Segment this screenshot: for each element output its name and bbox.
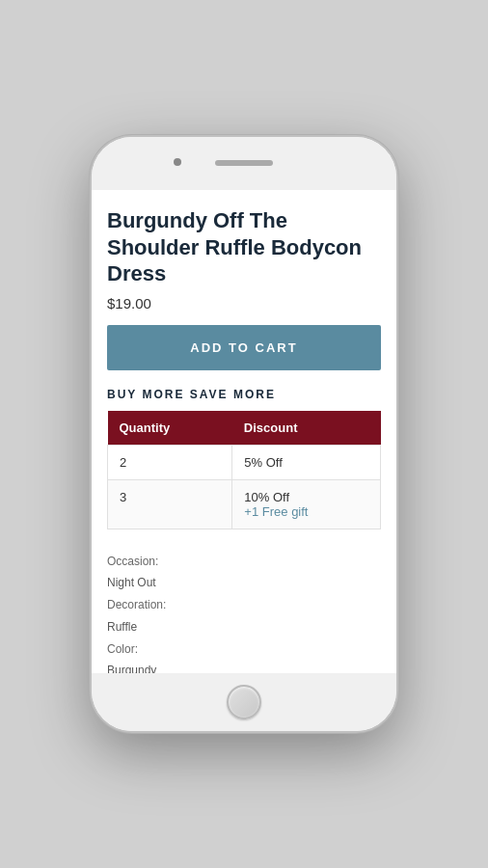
- table-row: 3 10% Off +1 Free gift: [108, 479, 381, 529]
- table-header-discount: Discount: [232, 411, 381, 446]
- speaker-icon: [215, 160, 273, 166]
- detail-color: Color: Burgundy: [107, 638, 381, 673]
- table-cell-quantity-2: 3: [108, 479, 232, 529]
- camera-icon: [174, 158, 181, 166]
- product-price: $19.00: [107, 295, 381, 312]
- phone-bottom-bar: [92, 673, 396, 731]
- product-title: Burgundy Off The Shoulder Ruffle Bodycon…: [107, 207, 381, 287]
- phone-top-bar: [92, 137, 396, 190]
- discount-value: 10% Off: [244, 490, 289, 504]
- free-gift-label: +1 Free gift: [244, 504, 368, 519]
- table-cell-discount-2: 10% Off +1 Free gift: [232, 479, 381, 529]
- decoration-label: Decoration:: [107, 598, 166, 611]
- product-details: Occasion: Night Out Decoration: Ruffle C…: [107, 551, 381, 674]
- table-row: 2 5% Off: [108, 445, 381, 479]
- discount-table: Quantity Discount 2 5% Off 3 10% Off +1 …: [107, 411, 381, 529]
- table-header-quantity: Quantity: [108, 411, 232, 446]
- decoration-value: Ruffle: [107, 620, 137, 634]
- occasion-label: Occasion:: [107, 555, 158, 568]
- color-value: Burgundy: [107, 664, 156, 673]
- detail-decoration: Decoration: Ruffle: [107, 594, 381, 638]
- table-cell-quantity-1: 2: [108, 445, 232, 479]
- add-to-cart-button[interactable]: ADD TO CART: [107, 325, 381, 370]
- detail-occasion: Occasion: Night Out: [107, 551, 381, 595]
- phone-screen[interactable]: Burgundy Off The Shoulder Ruffle Bodycon…: [92, 190, 396, 673]
- color-label: Color:: [107, 642, 138, 656]
- phone-frame: Burgundy Off The Shoulder Ruffle Bodycon…: [90, 135, 398, 733]
- occasion-value: Night Out: [107, 576, 156, 589]
- home-button[interactable]: [227, 685, 261, 719]
- buy-more-heading: BUY MORE SAVE MORE: [107, 388, 381, 401]
- table-cell-discount-1: 5% Off: [232, 445, 381, 479]
